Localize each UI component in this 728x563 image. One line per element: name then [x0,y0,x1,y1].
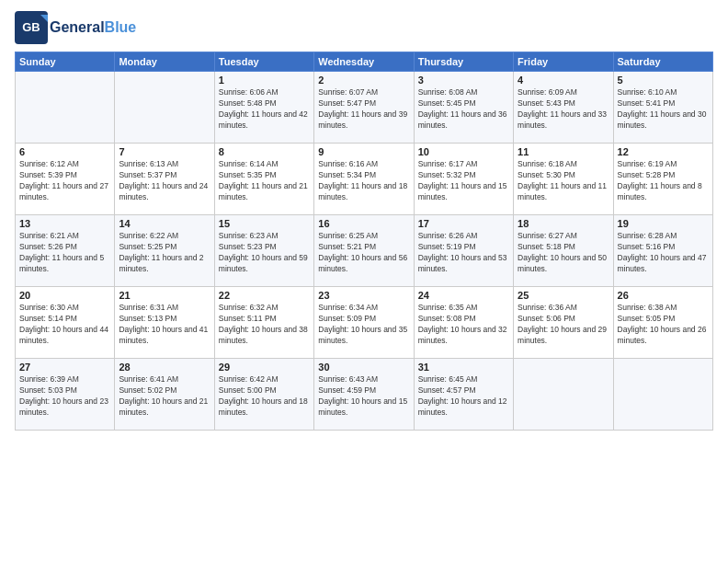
calendar-cell [16,72,115,144]
day-info: Sunrise: 6:25 AMSunset: 5:21 PMDaylight:… [318,231,409,275]
day-number: 5 [618,75,709,86]
day-info: Sunrise: 6:06 AMSunset: 5:48 PMDaylight:… [219,87,310,132]
calendar-cell [514,359,613,431]
header-cell-saturday: Saturday [613,52,712,72]
svg-text:GB: GB [22,20,40,34]
day-number: 26 [618,290,709,301]
week-row-1: 1Sunrise: 6:06 AMSunset: 5:48 PMDaylight… [16,72,713,144]
header-cell-friday: Friday [514,52,613,72]
header-cell-monday: Monday [115,52,214,72]
calendar-cell: 18Sunrise: 6:27 AMSunset: 5:18 PMDayligh… [514,215,613,287]
page: GB GeneralBlue SundayMondayTuesdayWednes… [0,0,728,563]
day-info: Sunrise: 6:36 AMSunset: 5:06 PMDaylight:… [518,303,609,347]
day-number: 20 [19,290,110,301]
day-info: Sunrise: 6:10 AMSunset: 5:41 PMDaylight:… [618,87,709,132]
day-number: 17 [418,218,509,229]
day-info: Sunrise: 6:34 AMSunset: 5:09 PMDaylight:… [318,303,409,347]
calendar-cell: 8Sunrise: 6:14 AMSunset: 5:35 PMDaylight… [214,144,313,215]
calendar-body: 1Sunrise: 6:06 AMSunset: 5:48 PMDaylight… [16,72,713,431]
calendar-cell: 28Sunrise: 6:41 AMSunset: 5:02 PMDayligh… [115,359,214,431]
day-number: 21 [119,290,210,301]
day-info: Sunrise: 6:18 AMSunset: 5:30 PMDaylight:… [518,159,609,203]
day-number: 13 [19,218,110,229]
day-number: 2 [318,75,409,86]
day-info: Sunrise: 6:12 AMSunset: 5:39 PMDaylight:… [19,159,110,203]
day-number: 25 [518,290,609,301]
day-number: 18 [518,218,609,229]
week-row-4: 20Sunrise: 6:30 AMSunset: 5:14 PMDayligh… [16,287,713,359]
calendar-cell: 7Sunrise: 6:13 AMSunset: 5:37 PMDaylight… [115,144,214,215]
day-number: 8 [219,146,310,157]
calendar-cell: 16Sunrise: 6:25 AMSunset: 5:21 PMDayligh… [314,215,414,287]
week-row-2: 6Sunrise: 6:12 AMSunset: 5:39 PMDaylight… [16,144,713,215]
day-number: 19 [618,218,709,229]
day-number: 3 [418,75,509,86]
header-cell-thursday: Thursday [414,52,513,72]
day-info: Sunrise: 6:14 AMSunset: 5:35 PMDaylight:… [219,159,310,203]
calendar-cell: 6Sunrise: 6:12 AMSunset: 5:39 PMDaylight… [16,144,115,215]
day-number: 22 [219,290,310,301]
calendar-cell: 21Sunrise: 6:31 AMSunset: 5:13 PMDayligh… [115,287,214,359]
calendar-cell: 30Sunrise: 6:43 AMSunset: 4:59 PMDayligh… [314,359,414,431]
day-info: Sunrise: 6:31 AMSunset: 5:13 PMDaylight:… [119,303,210,347]
day-info: Sunrise: 6:38 AMSunset: 5:05 PMDaylight:… [618,303,709,347]
header-cell-sunday: Sunday [16,52,115,72]
logo: GB GeneralBlue [15,11,136,44]
calendar-cell: 9Sunrise: 6:16 AMSunset: 5:34 PMDaylight… [314,144,414,215]
day-info: Sunrise: 6:13 AMSunset: 5:37 PMDaylight:… [119,159,210,203]
day-number: 10 [418,146,509,157]
day-info: Sunrise: 6:39 AMSunset: 5:03 PMDaylight:… [19,374,110,419]
calendar-cell: 14Sunrise: 6:22 AMSunset: 5:25 PMDayligh… [115,215,214,287]
week-row-3: 13Sunrise: 6:21 AMSunset: 5:26 PMDayligh… [16,215,713,287]
day-number: 24 [418,290,509,301]
day-info: Sunrise: 6:45 AMSunset: 4:57 PMDaylight:… [418,374,509,419]
calendar-cell: 3Sunrise: 6:08 AMSunset: 5:45 PMDaylight… [414,72,513,144]
day-info: Sunrise: 6:35 AMSunset: 5:08 PMDaylight:… [418,303,509,347]
day-info: Sunrise: 6:08 AMSunset: 5:45 PMDaylight:… [418,87,509,132]
day-info: Sunrise: 6:16 AMSunset: 5:34 PMDaylight:… [318,159,409,203]
day-info: Sunrise: 6:30 AMSunset: 5:14 PMDaylight:… [19,303,110,347]
day-number: 15 [219,218,310,229]
calendar-cell: 27Sunrise: 6:39 AMSunset: 5:03 PMDayligh… [16,359,115,431]
calendar-cell: 26Sunrise: 6:38 AMSunset: 5:05 PMDayligh… [613,287,712,359]
day-info: Sunrise: 6:22 AMSunset: 5:25 PMDaylight:… [119,231,210,275]
calendar-table: SundayMondayTuesdayWednesdayThursdayFrid… [15,52,713,431]
day-number: 7 [119,146,210,157]
calendar-cell: 29Sunrise: 6:42 AMSunset: 5:00 PMDayligh… [214,359,313,431]
day-number: 27 [19,362,110,373]
day-info: Sunrise: 6:27 AMSunset: 5:18 PMDaylight:… [518,231,609,275]
header-cell-wednesday: Wednesday [314,52,414,72]
day-info: Sunrise: 6:42 AMSunset: 5:00 PMDaylight:… [219,374,310,419]
day-info: Sunrise: 6:32 AMSunset: 5:11 PMDaylight:… [219,303,310,347]
header: GB GeneralBlue [15,11,713,44]
day-info: Sunrise: 6:28 AMSunset: 5:16 PMDaylight:… [618,231,709,275]
day-info: Sunrise: 6:19 AMSunset: 5:28 PMDaylight:… [618,159,709,203]
calendar-cell: 25Sunrise: 6:36 AMSunset: 5:06 PMDayligh… [514,287,613,359]
day-info: Sunrise: 6:23 AMSunset: 5:23 PMDaylight:… [219,231,310,275]
calendar-cell [115,72,214,144]
day-number: 1 [219,75,310,86]
day-number: 4 [518,75,609,86]
day-info: Sunrise: 6:07 AMSunset: 5:47 PMDaylight:… [318,87,409,132]
calendar-cell: 1Sunrise: 6:06 AMSunset: 5:48 PMDaylight… [214,72,313,144]
day-info: Sunrise: 6:26 AMSunset: 5:19 PMDaylight:… [418,231,509,275]
calendar-cell: 11Sunrise: 6:18 AMSunset: 5:30 PMDayligh… [514,144,613,215]
calendar-header: SundayMondayTuesdayWednesdayThursdayFrid… [16,52,713,72]
logo-text: GeneralBlue [50,19,136,36]
calendar-cell: 31Sunrise: 6:45 AMSunset: 4:57 PMDayligh… [414,359,513,431]
day-number: 12 [618,146,709,157]
day-info: Sunrise: 6:41 AMSunset: 5:02 PMDaylight:… [119,374,210,419]
logo-icon: GB [15,11,48,44]
day-number: 16 [318,218,409,229]
day-number: 28 [119,362,210,373]
day-info: Sunrise: 6:17 AMSunset: 5:32 PMDaylight:… [418,159,509,203]
calendar-cell: 24Sunrise: 6:35 AMSunset: 5:08 PMDayligh… [414,287,513,359]
calendar-cell: 19Sunrise: 6:28 AMSunset: 5:16 PMDayligh… [613,215,712,287]
week-row-5: 27Sunrise: 6:39 AMSunset: 5:03 PMDayligh… [16,359,713,431]
day-info: Sunrise: 6:43 AMSunset: 4:59 PMDaylight:… [318,374,409,419]
day-number: 29 [219,362,310,373]
header-cell-tuesday: Tuesday [214,52,313,72]
calendar-cell: 23Sunrise: 6:34 AMSunset: 5:09 PMDayligh… [314,287,414,359]
calendar-cell: 20Sunrise: 6:30 AMSunset: 5:14 PMDayligh… [16,287,115,359]
calendar-cell: 5Sunrise: 6:10 AMSunset: 5:41 PMDaylight… [613,72,712,144]
